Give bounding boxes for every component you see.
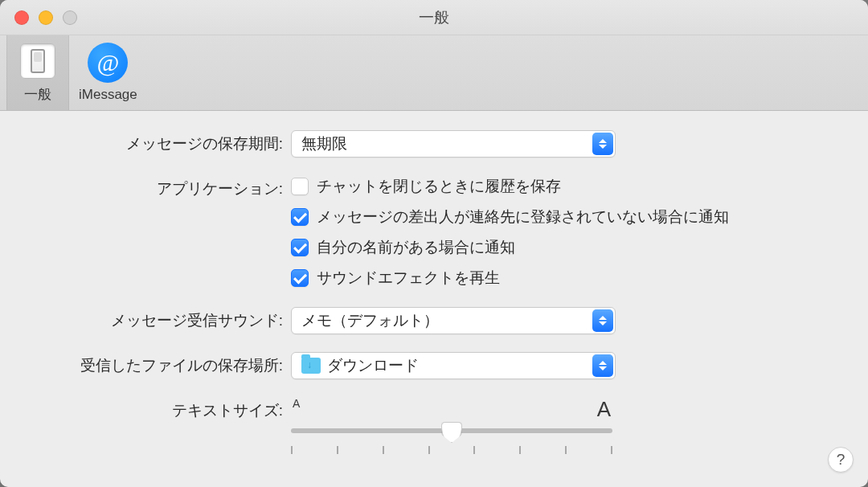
traffic-lights bbox=[14, 10, 77, 25]
retention-label: メッセージの保存期間: bbox=[19, 130, 291, 158]
download-location-select[interactable]: ダウンロード bbox=[291, 352, 616, 379]
tab-imessage-label: iMessage bbox=[79, 87, 137, 103]
text-size-slider[interactable] bbox=[291, 428, 612, 433]
imessage-icon: @ bbox=[87, 42, 129, 84]
select-arrows-icon bbox=[592, 309, 613, 332]
application-label: アプリケーション: bbox=[19, 175, 291, 203]
help-icon: ? bbox=[837, 451, 845, 469]
receive-sound-value: メモ（デフォルト） bbox=[301, 310, 439, 331]
receive-sound-select[interactable]: メモ（デフォルト） bbox=[291, 307, 616, 334]
titlebar: 一般 bbox=[0, 0, 868, 35]
folder-icon bbox=[301, 358, 321, 374]
minimize-window-button[interactable] bbox=[39, 10, 53, 25]
close-window-button[interactable] bbox=[14, 10, 29, 25]
tab-general[interactable]: 一般 bbox=[6, 35, 69, 110]
checkbox-save-history-label: チャットを閉じるときに履歴を保存 bbox=[317, 175, 561, 198]
toolbar: 一般 @ iMessage bbox=[0, 35, 868, 111]
preferences-window: 一般 一般 @ iMessage メッセージの保存期間: 無期限 bbox=[0, 0, 868, 487]
window-title: 一般 bbox=[0, 7, 868, 28]
checkbox-save-history[interactable] bbox=[291, 178, 309, 195]
receive-sound-label: メッセージ受信サウンド: bbox=[19, 307, 291, 334]
retention-value: 無期限 bbox=[301, 133, 347, 154]
help-button[interactable]: ? bbox=[828, 447, 854, 473]
text-size-range-labels: A A bbox=[291, 397, 612, 422]
checkbox-notify-unknown[interactable] bbox=[291, 208, 309, 226]
checkbox-notify-unknown-label: メッセージの差出人が連絡先に登録されていない場合に通知 bbox=[317, 206, 729, 228]
checkbox-sound-effects-label: サウンドエフェクトを再生 bbox=[317, 267, 500, 289]
checkbox-notify-name[interactable] bbox=[291, 239, 309, 256]
text-size-large-marker: A bbox=[597, 397, 611, 422]
select-arrows-icon bbox=[592, 133, 613, 155]
tab-imessage[interactable]: @ iMessage bbox=[69, 35, 147, 110]
download-location-value: ダウンロード bbox=[327, 355, 419, 376]
content: メッセージの保存期間: 無期限 アプリケーション: チャットを閉じるときに履歴を… bbox=[0, 111, 868, 454]
text-size-label: テキストサイズ: bbox=[19, 397, 291, 424]
general-icon bbox=[17, 40, 59, 82]
retention-select[interactable]: 無期限 bbox=[291, 130, 616, 158]
slider-thumb[interactable] bbox=[441, 422, 462, 443]
checkbox-sound-effects[interactable] bbox=[291, 269, 309, 287]
slider-ticks bbox=[291, 446, 612, 454]
text-size-small-marker: A bbox=[293, 397, 300, 422]
checkbox-notify-name-label: 自分の名前がある場合に通知 bbox=[317, 236, 515, 259]
download-location-label: 受信したファイルの保存場所: bbox=[19, 352, 291, 379]
tab-general-label: 一般 bbox=[24, 85, 51, 104]
select-arrows-icon bbox=[592, 354, 613, 377]
zoom-window-button[interactable] bbox=[63, 10, 77, 25]
